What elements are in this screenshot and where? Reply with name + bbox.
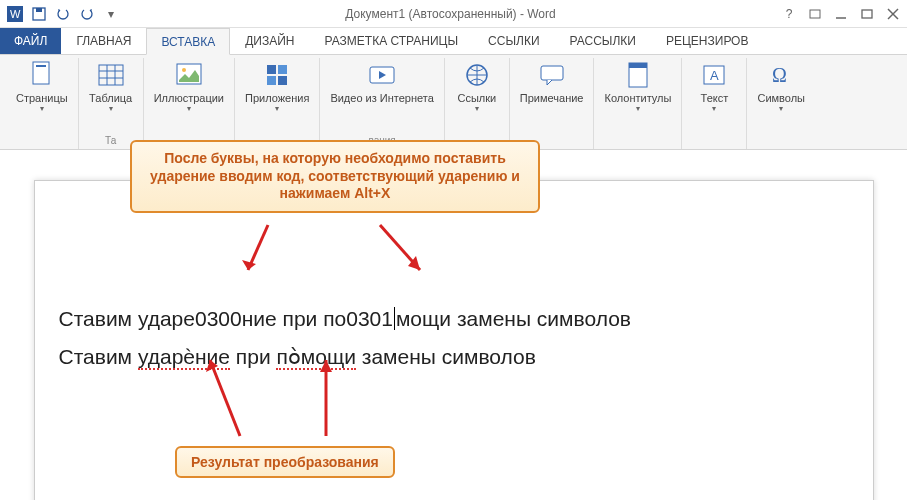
close-icon[interactable] [885, 6, 901, 22]
arrow-icon [238, 220, 298, 290]
arrow-icon [200, 350, 260, 450]
tab-page-layout[interactable]: РАЗМЕТКА СТРАНИЦЫ [310, 28, 474, 54]
page[interactable]: Ставим ударе0300ние при по0301мощи замен… [34, 180, 874, 500]
apps-button[interactable]: Приложения ▾ [241, 58, 313, 113]
apps-icon [262, 60, 292, 90]
online-video-button[interactable]: Видео из Интернета [326, 58, 437, 104]
tab-design[interactable]: ДИЗАЙН [230, 28, 309, 54]
svg-text:W: W [10, 8, 21, 20]
svg-rect-3 [36, 8, 42, 12]
svg-text:Ω: Ω [772, 64, 787, 86]
svg-rect-27 [629, 63, 647, 68]
maximize-icon[interactable] [859, 6, 875, 22]
omega-icon: Ω [766, 60, 796, 90]
textbox-icon: A [699, 60, 729, 90]
word-icon: W [6, 5, 24, 23]
arrow-icon [370, 220, 440, 290]
comment-icon [537, 60, 567, 90]
svg-rect-4 [810, 10, 820, 18]
ribbon-group-media: Видео из Интернета вания [320, 58, 444, 149]
chevron-down-icon: ▾ [475, 104, 479, 113]
qat-customize-icon[interactable]: ▾ [102, 5, 120, 23]
tab-file[interactable]: ФАЙЛ [0, 28, 61, 54]
links-button[interactable]: Ссылки ▾ [451, 58, 503, 113]
save-icon[interactable] [30, 5, 48, 23]
headers-button[interactable]: Колонтитулы ▾ [600, 58, 675, 113]
tab-references[interactable]: ССЫЛКИ [473, 28, 554, 54]
help-icon[interactable]: ? [781, 6, 797, 22]
doc-line-2[interactable]: Ставим ударѐние при по̀мощи замены симво… [59, 345, 849, 369]
svg-rect-18 [267, 65, 276, 74]
ribbon-group-table: Таблица ▾ Та [79, 58, 144, 149]
ribbon-options-icon[interactable] [807, 6, 823, 22]
table-button[interactable]: Таблица ▾ [85, 58, 137, 113]
chevron-down-icon: ▾ [187, 104, 191, 113]
svg-marker-38 [320, 360, 332, 372]
minimize-icon[interactable] [833, 6, 849, 22]
doc-line-1[interactable]: Ставим ударе0300ние при по0301мощи замен… [59, 307, 849, 331]
link-icon [462, 60, 492, 90]
chevron-down-icon: ▾ [275, 104, 279, 113]
ribbon-group-pages: Страницы ▾ [6, 58, 79, 149]
tab-mailings[interactable]: РАССЫЛКИ [555, 28, 651, 54]
tab-review[interactable]: РЕЦЕНЗИРОВ [651, 28, 764, 54]
picture-icon [174, 60, 204, 90]
quick-access-toolbar: W ▾ [6, 5, 120, 23]
svg-rect-6 [862, 10, 872, 18]
chevron-down-icon: ▾ [109, 104, 113, 113]
chevron-down-icon: ▾ [40, 104, 44, 113]
callout-top: После буквы, на которую необходимо поста… [130, 140, 540, 213]
ribbon-group-symbols: Ω Символы ▾ [747, 58, 815, 149]
window-controls: ? [781, 6, 901, 22]
redo-icon[interactable] [78, 5, 96, 23]
svg-line-35 [210, 360, 240, 436]
ribbon-group-headers: Колонтитулы ▾ [594, 58, 682, 149]
video-icon [367, 60, 397, 90]
ribbon-group-text: A Текст ▾ [682, 58, 747, 149]
svg-rect-20 [267, 76, 276, 85]
illustrations-button[interactable]: Иллюстрации ▾ [150, 58, 228, 113]
svg-point-17 [182, 68, 186, 72]
header-icon [623, 60, 653, 90]
callout-bottom: Результат преобразования [175, 446, 395, 478]
page-icon [27, 60, 57, 90]
chevron-down-icon: ▾ [779, 104, 783, 113]
text-cursor [394, 307, 395, 330]
chevron-down-icon: ▾ [712, 104, 716, 113]
table-icon [96, 60, 126, 90]
svg-rect-11 [99, 65, 123, 85]
document-body[interactable]: Ставим ударе0300ние при по0301мощи замен… [59, 301, 849, 375]
pages-button[interactable]: Страницы ▾ [12, 58, 72, 113]
titlebar: W ▾ Документ1 (Автосохраненный) - Word ? [0, 0, 907, 28]
ribbon-group-illustrations: Иллюстрации ▾ [144, 58, 235, 149]
svg-rect-21 [278, 76, 287, 85]
ribbon: Страницы ▾ Таблица ▾ Та Иллюстрации ▾ Пр… [0, 54, 907, 150]
tab-insert[interactable]: ВСТАВКА [146, 28, 230, 55]
comment-button[interactable]: Примечание [516, 58, 588, 104]
svg-rect-10 [36, 65, 46, 67]
svg-rect-19 [278, 65, 287, 74]
chevron-down-icon: ▾ [636, 104, 640, 113]
ribbon-tabs: ФАЙЛ ГЛАВНАЯ ВСТАВКА ДИЗАЙН РАЗМЕТКА СТР… [0, 28, 907, 54]
svg-text:A: A [710, 68, 719, 83]
undo-icon[interactable] [54, 5, 72, 23]
svg-marker-32 [242, 260, 256, 270]
window-title: Документ1 (Автосохраненный) - Word [120, 7, 781, 21]
ribbon-group-links: Ссылки ▾ [445, 58, 510, 149]
symbols-button[interactable]: Ω Символы ▾ [753, 58, 809, 113]
ribbon-group-apps: Приложения ▾ [235, 58, 320, 149]
tab-home[interactable]: ГЛАВНАЯ [61, 28, 146, 54]
svg-marker-36 [206, 360, 218, 372]
svg-rect-25 [541, 66, 563, 80]
arrow-icon [316, 350, 376, 450]
text-button[interactable]: A Текст ▾ [688, 58, 740, 113]
ribbon-group-comment: Примечание [510, 58, 595, 149]
